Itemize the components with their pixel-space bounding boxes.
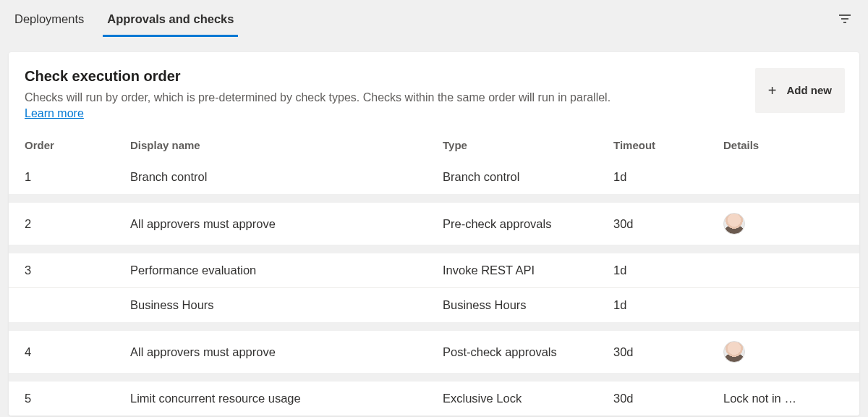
cell-details [723,341,843,363]
cell-name: All approvers must approve [130,217,443,231]
add-new-button[interactable]: + Add new [755,68,845,113]
checks-card: Check execution order Checks will run by… [9,52,859,416]
tab-approvals-and-checks[interactable]: Approvals and checks [104,2,245,36]
cell-name: Business Hours [130,298,443,312]
cell-type: Pre-check approvals [443,217,613,231]
filter-icon [838,14,851,24]
cell-details: Lock not in … [723,392,843,405]
col-header-type[interactable]: Type [443,139,613,151]
cell-order: 5 [25,392,130,405]
table-row[interactable]: 3 Performance evaluation Invoke REST API… [9,253,859,287]
tab-deployments[interactable]: Deployments [12,2,95,36]
add-new-label: Add new [787,84,833,98]
table-row[interactable]: 5 Limit concurrent resource usage Exclus… [9,382,859,416]
plus-icon: + [768,83,777,99]
filter-button[interactable] [833,7,856,30]
cell-timeout: 30d [613,392,723,405]
table-row[interactable]: 4 All approvers must approve Post-check … [9,331,859,373]
cell-type: Branch control [443,170,613,184]
card-description: Checks will run by order, which is pre-d… [25,89,755,106]
group-separator [9,245,859,253]
card-header: Check execution order Checks will run by… [9,52,859,123]
group-separator [9,194,859,203]
cell-timeout: 1d [613,264,723,277]
cell-type: Exclusive Lock [443,392,613,405]
tab-bar: Deployments Approvals and checks [0,0,868,38]
cell-details [723,213,843,235]
cell-type: Invoke REST API [443,264,613,277]
cell-name: Performance evaluation [130,264,443,277]
col-header-order[interactable]: Order [25,139,130,151]
avatar[interactable] [723,213,745,235]
cell-timeout: 30d [613,345,723,359]
cell-timeout: 1d [613,298,723,312]
cell-type: Post-check approvals [443,345,613,359]
col-header-details[interactable]: Details [723,139,843,151]
cell-type: Business Hours [443,298,613,312]
table-header: Order Display name Type Timeout Details [9,123,859,160]
cell-name: Limit concurrent resource usage [130,392,443,405]
col-header-timeout[interactable]: Timeout [613,139,723,151]
cell-order: 3 [25,264,130,277]
table-row[interactable]: Business Hours Business Hours 1d [9,287,859,322]
group-separator [9,322,859,331]
avatar[interactable] [723,341,745,363]
col-header-display-name[interactable]: Display name [130,139,443,151]
cell-name: All approvers must approve [130,345,443,359]
cell-name: Branch control [130,170,443,184]
cell-order: 4 [25,345,130,359]
cell-timeout: 30d [613,217,723,231]
group-separator [9,373,859,382]
cell-order: 2 [25,217,130,231]
table-row[interactable]: 1 Branch control Branch control 1d [9,160,859,194]
card-title: Check execution order [25,68,755,85]
cell-order: 1 [25,170,130,184]
cell-timeout: 1d [613,170,723,184]
learn-more-link[interactable]: Learn more [25,107,84,120]
table-row[interactable]: 2 All approvers must approve Pre-check a… [9,203,859,245]
